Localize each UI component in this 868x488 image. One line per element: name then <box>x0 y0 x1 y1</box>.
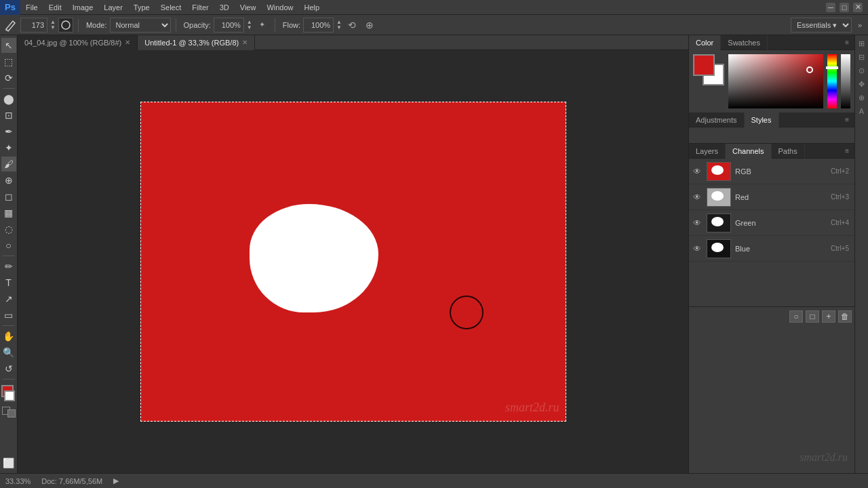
separator-3 <box>275 18 275 32</box>
zoom-tool[interactable]: 🔍 <box>1 345 16 360</box>
channel-shortcut-red: Ctrl+3 <box>831 193 849 201</box>
layers-panel-collapse[interactable]: ≡ <box>842 147 852 155</box>
menu-file[interactable]: File <box>20 0 43 14</box>
canvas[interactable] <box>140 102 566 422</box>
channels-load-btn[interactable]: ○ <box>789 310 803 323</box>
spot-heal-tool[interactable]: ✦ <box>1 140 16 155</box>
clone-stamp-tool[interactable]: ⊕ <box>1 173 16 188</box>
tab-paths[interactable]: Paths <box>772 144 805 159</box>
menu-type[interactable]: Type <box>128 0 155 14</box>
close-btn[interactable]: ✕ <box>853 3 863 12</box>
brush-preset-btn[interactable] <box>58 18 73 33</box>
minimize-btn[interactable]: ─ <box>826 3 835 12</box>
channel-eye-red[interactable]: 👁 <box>692 192 703 203</box>
menu-select[interactable]: Select <box>155 0 187 14</box>
angle-btn[interactable]: ⊕ <box>362 18 377 33</box>
gradient-tool[interactable]: ▦ <box>1 205 16 220</box>
brush-size-stepper[interactable]: ▲ ▼ <box>50 20 56 30</box>
lasso-tool[interactable]: ⟳ <box>1 70 16 85</box>
channel-eye-green[interactable]: 👁 <box>692 218 703 228</box>
brightness-slider[interactable] <box>841 54 850 108</box>
channels-save-btn[interactable]: □ <box>806 310 819 323</box>
hand-tool[interactable]: ✋ <box>1 329 16 344</box>
panel-icon-1[interactable]: ⊞ <box>856 38 867 49</box>
move-tool[interactable]: ↖ <box>1 38 16 53</box>
menu-3d[interactable]: 3D <box>214 0 235 14</box>
separator-2 <box>176 18 176 32</box>
hue-slider[interactable] <box>827 54 837 108</box>
background-color[interactable] <box>4 390 15 401</box>
menu-filter[interactable]: Filter <box>186 0 214 14</box>
workspace-select[interactable]: Essentials ▾ <box>791 18 852 33</box>
dodge-tool[interactable]: ○ <box>1 238 16 253</box>
quick-selection-tool[interactable]: ⬤ <box>1 92 16 106</box>
pen-tool[interactable]: ✏ <box>1 259 16 274</box>
channels-new-btn[interactable]: + <box>822 310 835 323</box>
panel-icon-2[interactable]: ⊟ <box>856 52 867 62</box>
maximize-btn[interactable]: □ <box>840 3 849 12</box>
opacity-label: Opacity: <box>184 21 211 29</box>
thumb-blue-blob <box>711 243 724 252</box>
panel-icon-6[interactable]: A <box>856 106 867 117</box>
panel-icon-5[interactable]: ⊕ <box>856 92 867 103</box>
menu-edit[interactable]: Edit <box>43 0 67 14</box>
zoom-level: 33.33% <box>5 477 31 485</box>
opacity-input[interactable]: 100% <box>214 18 244 33</box>
channel-eye-blue[interactable]: 👁 <box>692 243 703 254</box>
mode-select[interactable]: Normal Multiply Screen Overlay <box>110 18 171 33</box>
flow-input[interactable]: 100% <box>303 18 334 33</box>
adjustments-panel-tabs: Adjustments Styles ≡ <box>689 113 854 127</box>
brush-size-input[interactable]: 173 <box>20 18 47 33</box>
thumb-red-blob <box>711 191 724 201</box>
tab-styles[interactable]: Styles <box>745 113 779 127</box>
smoothing-btn[interactable]: ⟲ <box>344 18 359 33</box>
channel-eye-rgb[interactable]: 👁 <box>692 166 703 177</box>
tab-04[interactable]: 04_04.jpg @ 100% (RGB/8#) ✕ <box>18 35 138 50</box>
airbrush-btn[interactable]: ✦ <box>255 18 270 33</box>
selection-tool[interactable]: ⬚ <box>1 54 16 69</box>
rotate-tool[interactable]: ↺ <box>1 361 16 376</box>
channel-row-blue[interactable]: 👁 Blue Ctrl+5 <box>689 236 854 262</box>
type-tool[interactable]: T <box>1 275 16 290</box>
flow-stepper[interactable]: ▲ ▼ <box>336 20 342 30</box>
tab-untitled-close[interactable]: ✕ <box>242 39 248 46</box>
eraser-tool[interactable]: ◻ <box>1 189 16 204</box>
mode-label: Mode: <box>86 21 107 29</box>
tab-adjustments[interactable]: Adjustments <box>689 113 745 127</box>
shape-tool[interactable]: ▭ <box>1 308 16 323</box>
menu-layer[interactable]: Layer <box>98 0 128 14</box>
color-gradient-picker[interactable] <box>728 54 823 108</box>
screen-mode-btn[interactable]: ⬜ <box>1 455 16 470</box>
channel-row-rgb[interactable]: 👁 RGB Ctrl+2 <box>689 159 854 184</box>
blur-tool[interactable]: ◌ <box>1 222 16 237</box>
panel-icon-4[interactable]: ✥ <box>856 79 867 89</box>
tab-color[interactable]: Color <box>689 35 721 50</box>
menu-image[interactable]: Image <box>67 0 99 14</box>
adjustments-panel-collapse[interactable]: ≡ <box>842 116 852 123</box>
panel-toggle-btn[interactable]: » <box>854 18 865 33</box>
menu-window[interactable]: Window <box>261 0 298 14</box>
eyedropper-tool[interactable]: ✒ <box>1 124 16 139</box>
color-selector[interactable] <box>0 385 18 404</box>
crop-tool[interactable]: ⊡ <box>1 108 16 123</box>
channels-delete-btn[interactable]: 🗑 <box>838 310 852 323</box>
path-selection-tool[interactable]: ↗ <box>1 291 16 306</box>
tab-channels[interactable]: Channels <box>726 144 771 159</box>
tab-04-close[interactable]: ✕ <box>125 39 130 46</box>
brush-tool[interactable]: 🖌 <box>1 157 16 171</box>
color-panel-collapse[interactable]: ≡ <box>842 39 852 46</box>
tab-untitled[interactable]: Untitled-1 @ 33,3% (RGB/8) ✕ <box>138 35 255 50</box>
channel-row-red[interactable]: 👁 Red Ctrl+3 <box>689 184 854 210</box>
channel-row-green[interactable]: 👁 Green Ctrl+4 <box>689 210 854 236</box>
menu-help[interactable]: Help <box>299 0 326 14</box>
canvas-container: smart2d.ru <box>18 50 688 473</box>
tab-swatches[interactable]: Swatches <box>721 35 768 50</box>
foreground-swatch[interactable] <box>693 54 715 76</box>
panel-icon-3[interactable]: ⊙ <box>856 65 867 76</box>
channel-name-blue: Blue <box>735 245 827 253</box>
quick-mask-btn[interactable] <box>7 409 16 418</box>
menu-view[interactable]: View <box>235 0 262 14</box>
opacity-stepper[interactable]: ▲ ▼ <box>247 20 252 30</box>
status-arrow[interactable]: ▶ <box>113 476 119 485</box>
tab-layers[interactable]: Layers <box>689 144 726 159</box>
